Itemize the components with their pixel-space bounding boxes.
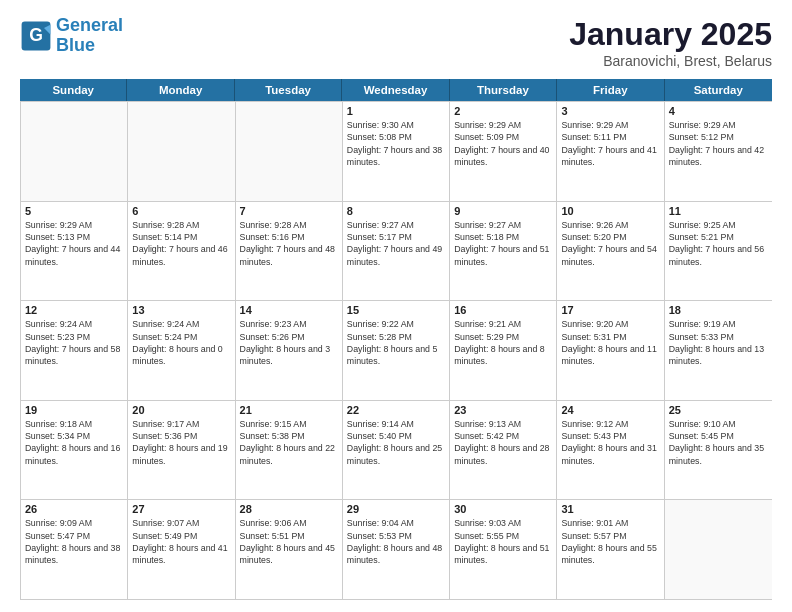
- calendar-cell: 1Sunrise: 9:30 AM Sunset: 5:08 PM Daylig…: [343, 102, 450, 201]
- calendar-cell: 5Sunrise: 9:29 AM Sunset: 5:13 PM Daylig…: [21, 202, 128, 301]
- svg-text:G: G: [29, 25, 43, 45]
- day-info: Sunrise: 9:26 AM Sunset: 5:20 PM Dayligh…: [561, 219, 659, 268]
- day-info: Sunrise: 9:30 AM Sunset: 5:08 PM Dayligh…: [347, 119, 445, 168]
- calendar-cell: 15Sunrise: 9:22 AM Sunset: 5:28 PM Dayli…: [343, 301, 450, 400]
- logo-icon: G: [20, 20, 52, 52]
- day-number: 2: [454, 105, 552, 117]
- day-info: Sunrise: 9:28 AM Sunset: 5:16 PM Dayligh…: [240, 219, 338, 268]
- day-number: 14: [240, 304, 338, 316]
- day-number: 23: [454, 404, 552, 416]
- weekday-header: Sunday: [20, 79, 127, 101]
- day-info: Sunrise: 9:25 AM Sunset: 5:21 PM Dayligh…: [669, 219, 768, 268]
- calendar-cell: 27Sunrise: 9:07 AM Sunset: 5:49 PM Dayli…: [128, 500, 235, 599]
- day-number: 8: [347, 205, 445, 217]
- calendar-cell: 29Sunrise: 9:04 AM Sunset: 5:53 PM Dayli…: [343, 500, 450, 599]
- page: G General Blue January 2025 Baranovichi,…: [0, 0, 792, 612]
- calendar-cell: 21Sunrise: 9:15 AM Sunset: 5:38 PM Dayli…: [236, 401, 343, 500]
- day-number: 9: [454, 205, 552, 217]
- day-info: Sunrise: 9:22 AM Sunset: 5:28 PM Dayligh…: [347, 318, 445, 367]
- calendar-cell: 23Sunrise: 9:13 AM Sunset: 5:42 PM Dayli…: [450, 401, 557, 500]
- day-number: 11: [669, 205, 768, 217]
- calendar-cell: 11Sunrise: 9:25 AM Sunset: 5:21 PM Dayli…: [665, 202, 772, 301]
- day-number: 17: [561, 304, 659, 316]
- day-number: 21: [240, 404, 338, 416]
- calendar-row: 1Sunrise: 9:30 AM Sunset: 5:08 PM Daylig…: [21, 101, 772, 201]
- day-info: Sunrise: 9:03 AM Sunset: 5:55 PM Dayligh…: [454, 517, 552, 566]
- day-info: Sunrise: 9:06 AM Sunset: 5:51 PM Dayligh…: [240, 517, 338, 566]
- calendar-cell: 24Sunrise: 9:12 AM Sunset: 5:43 PM Dayli…: [557, 401, 664, 500]
- day-info: Sunrise: 9:29 AM Sunset: 5:12 PM Dayligh…: [669, 119, 768, 168]
- day-number: 28: [240, 503, 338, 515]
- day-info: Sunrise: 9:27 AM Sunset: 5:18 PM Dayligh…: [454, 219, 552, 268]
- day-info: Sunrise: 9:24 AM Sunset: 5:24 PM Dayligh…: [132, 318, 230, 367]
- day-info: Sunrise: 9:04 AM Sunset: 5:53 PM Dayligh…: [347, 517, 445, 566]
- day-info: Sunrise: 9:09 AM Sunset: 5:47 PM Dayligh…: [25, 517, 123, 566]
- day-info: Sunrise: 9:21 AM Sunset: 5:29 PM Dayligh…: [454, 318, 552, 367]
- calendar-cell: 17Sunrise: 9:20 AM Sunset: 5:31 PM Dayli…: [557, 301, 664, 400]
- calendar-cell: 6Sunrise: 9:28 AM Sunset: 5:14 PM Daylig…: [128, 202, 235, 301]
- calendar-cell: [665, 500, 772, 599]
- calendar-cell: 25Sunrise: 9:10 AM Sunset: 5:45 PM Dayli…: [665, 401, 772, 500]
- day-number: 6: [132, 205, 230, 217]
- logo-line2: Blue: [56, 35, 95, 55]
- calendar-cell: 2Sunrise: 9:29 AM Sunset: 5:09 PM Daylig…: [450, 102, 557, 201]
- day-number: 3: [561, 105, 659, 117]
- calendar-row: 26Sunrise: 9:09 AM Sunset: 5:47 PM Dayli…: [21, 499, 772, 599]
- day-number: 12: [25, 304, 123, 316]
- weekday-header: Thursday: [450, 79, 557, 101]
- day-number: 29: [347, 503, 445, 515]
- weekday-header: Wednesday: [342, 79, 449, 101]
- calendar-cell: 10Sunrise: 9:26 AM Sunset: 5:20 PM Dayli…: [557, 202, 664, 301]
- day-number: 10: [561, 205, 659, 217]
- calendar-cell: 28Sunrise: 9:06 AM Sunset: 5:51 PM Dayli…: [236, 500, 343, 599]
- calendar-row: 12Sunrise: 9:24 AM Sunset: 5:23 PM Dayli…: [21, 300, 772, 400]
- day-info: Sunrise: 9:14 AM Sunset: 5:40 PM Dayligh…: [347, 418, 445, 467]
- day-number: 4: [669, 105, 768, 117]
- day-number: 26: [25, 503, 123, 515]
- day-info: Sunrise: 9:17 AM Sunset: 5:36 PM Dayligh…: [132, 418, 230, 467]
- day-info: Sunrise: 9:15 AM Sunset: 5:38 PM Dayligh…: [240, 418, 338, 467]
- calendar-cell: [236, 102, 343, 201]
- day-info: Sunrise: 9:19 AM Sunset: 5:33 PM Dayligh…: [669, 318, 768, 367]
- day-info: Sunrise: 9:01 AM Sunset: 5:57 PM Dayligh…: [561, 517, 659, 566]
- day-number: 15: [347, 304, 445, 316]
- calendar-cell: 12Sunrise: 9:24 AM Sunset: 5:23 PM Dayli…: [21, 301, 128, 400]
- calendar-cell: 16Sunrise: 9:21 AM Sunset: 5:29 PM Dayli…: [450, 301, 557, 400]
- calendar-row: 19Sunrise: 9:18 AM Sunset: 5:34 PM Dayli…: [21, 400, 772, 500]
- day-number: 25: [669, 404, 768, 416]
- calendar-cell: 7Sunrise: 9:28 AM Sunset: 5:16 PM Daylig…: [236, 202, 343, 301]
- day-number: 27: [132, 503, 230, 515]
- day-number: 16: [454, 304, 552, 316]
- weekday-header: Monday: [127, 79, 234, 101]
- calendar-cell: 26Sunrise: 9:09 AM Sunset: 5:47 PM Dayli…: [21, 500, 128, 599]
- day-info: Sunrise: 9:23 AM Sunset: 5:26 PM Dayligh…: [240, 318, 338, 367]
- day-number: 20: [132, 404, 230, 416]
- day-info: Sunrise: 9:29 AM Sunset: 5:13 PM Dayligh…: [25, 219, 123, 268]
- day-number: 31: [561, 503, 659, 515]
- calendar-cell: 19Sunrise: 9:18 AM Sunset: 5:34 PM Dayli…: [21, 401, 128, 500]
- day-info: Sunrise: 9:12 AM Sunset: 5:43 PM Dayligh…: [561, 418, 659, 467]
- calendar-subtitle: Baranovichi, Brest, Belarus: [569, 53, 772, 69]
- logo: G General Blue: [20, 16, 123, 56]
- day-info: Sunrise: 9:29 AM Sunset: 5:11 PM Dayligh…: [561, 119, 659, 168]
- day-number: 13: [132, 304, 230, 316]
- day-number: 5: [25, 205, 123, 217]
- day-number: 30: [454, 503, 552, 515]
- calendar-cell: 20Sunrise: 9:17 AM Sunset: 5:36 PM Dayli…: [128, 401, 235, 500]
- calendar-cell: 13Sunrise: 9:24 AM Sunset: 5:24 PM Dayli…: [128, 301, 235, 400]
- day-info: Sunrise: 9:28 AM Sunset: 5:14 PM Dayligh…: [132, 219, 230, 268]
- title-block: January 2025 Baranovichi, Brest, Belarus: [569, 16, 772, 69]
- day-info: Sunrise: 9:29 AM Sunset: 5:09 PM Dayligh…: [454, 119, 552, 168]
- day-number: 18: [669, 304, 768, 316]
- header: G General Blue January 2025 Baranovichi,…: [20, 16, 772, 69]
- calendar-row: 5Sunrise: 9:29 AM Sunset: 5:13 PM Daylig…: [21, 201, 772, 301]
- day-number: 1: [347, 105, 445, 117]
- day-info: Sunrise: 9:13 AM Sunset: 5:42 PM Dayligh…: [454, 418, 552, 467]
- day-number: 7: [240, 205, 338, 217]
- calendar-cell: 14Sunrise: 9:23 AM Sunset: 5:26 PM Dayli…: [236, 301, 343, 400]
- calendar-cell: [128, 102, 235, 201]
- calendar-cell: 8Sunrise: 9:27 AM Sunset: 5:17 PM Daylig…: [343, 202, 450, 301]
- weekday-header: Tuesday: [235, 79, 342, 101]
- day-number: 24: [561, 404, 659, 416]
- calendar: SundayMondayTuesdayWednesdayThursdayFrid…: [20, 79, 772, 600]
